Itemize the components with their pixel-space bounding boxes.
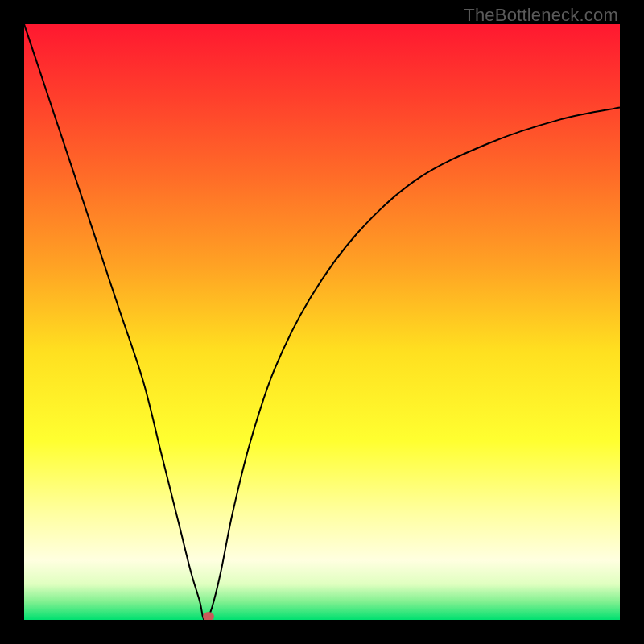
chart-frame: TheBottleneck.com [0,0,644,644]
optimal-marker [203,612,214,620]
plot-area [24,24,620,620]
curve-svg [24,24,620,620]
bottleneck-curve [24,24,620,620]
watermark-text: TheBottleneck.com [464,5,618,26]
